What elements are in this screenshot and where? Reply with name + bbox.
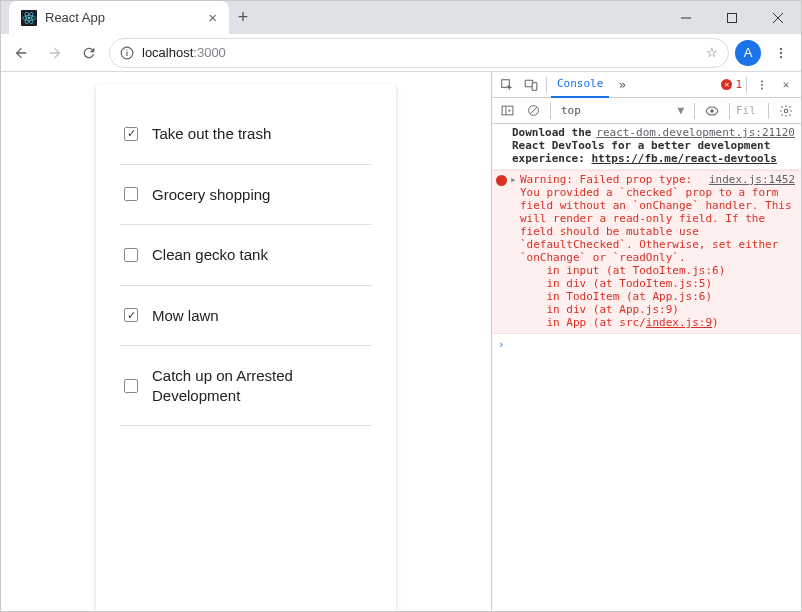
svg-point-12	[780, 51, 782, 53]
console-tab[interactable]: Console	[551, 72, 609, 98]
minimize-button[interactable]	[663, 3, 709, 33]
svg-rect-15	[525, 80, 533, 86]
todo-checkbox[interactable]	[124, 248, 138, 262]
svg-rect-5	[728, 13, 737, 22]
console-settings-icon[interactable]	[775, 100, 797, 122]
new-tab-button[interactable]: +	[229, 4, 257, 32]
svg-point-13	[780, 55, 782, 57]
address-bar[interactable]: localhost:3000 ☆	[109, 38, 729, 68]
devtools-menu-icon[interactable]	[751, 74, 773, 96]
svg-rect-20	[502, 106, 513, 115]
close-window-button[interactable]	[755, 3, 801, 33]
todo-checkbox[interactable]	[124, 308, 138, 322]
todo-label: Catch up on Arrested Development	[152, 366, 368, 405]
device-toolbar-icon[interactable]	[520, 74, 542, 96]
console-filter-input[interactable]: Fil	[736, 104, 762, 117]
svg-point-3	[28, 16, 30, 18]
live-expression-icon[interactable]	[701, 100, 723, 122]
svg-point-10	[126, 49, 127, 50]
svg-line-23	[530, 107, 537, 114]
svg-point-11	[780, 47, 782, 49]
message-source-link[interactable]: react-dom.development.js:21120	[596, 126, 795, 139]
maximize-button[interactable]	[709, 3, 755, 33]
reload-button[interactable]	[75, 39, 103, 67]
console-output: react-dom.development.js:21120 Download …	[492, 124, 801, 611]
svg-point-19	[761, 87, 763, 89]
devtools-close-icon[interactable]: ✕	[775, 74, 797, 96]
svg-point-25	[784, 109, 788, 113]
react-favicon	[21, 10, 37, 26]
console-info-message: react-dom.development.js:21120 Download …	[492, 124, 801, 170]
svg-point-24	[710, 109, 714, 113]
todo-item: Take out the trash	[120, 114, 372, 165]
site-info-icon[interactable]	[120, 46, 134, 60]
inspect-element-icon[interactable]	[496, 74, 518, 96]
url-text: localhost:3000	[142, 45, 698, 60]
todo-card: Take out the trashGrocery shoppingClean …	[96, 84, 396, 611]
todo-item: Catch up on Arrested Development	[120, 346, 372, 426]
window-controls	[663, 3, 801, 33]
bookmark-star-icon[interactable]: ☆	[706, 45, 718, 60]
todo-item: Mow lawn	[120, 286, 372, 347]
todo-item: Grocery shopping	[120, 165, 372, 226]
devtools-download-link[interactable]: https://fb.me/react-devtools	[591, 152, 776, 165]
more-tabs-icon[interactable]: »	[611, 74, 633, 96]
todo-item: Clean gecko tank	[120, 225, 372, 286]
console-error-message: index.js:1452 ▸ Warning: Failed prop typ…	[492, 170, 801, 334]
console-prompt[interactable]: ›	[492, 334, 801, 355]
todo-label: Take out the trash	[152, 124, 271, 144]
back-button[interactable]	[7, 39, 35, 67]
error-badge[interactable]: ✕1	[721, 78, 742, 91]
profile-avatar[interactable]: A	[735, 40, 761, 66]
console-toolbar: top▼ Fil	[492, 98, 801, 124]
svg-point-17	[761, 80, 763, 82]
devtools-tabbar: Console » ✕1 ✕	[492, 72, 801, 98]
message-source-link[interactable]: index.js:1452	[709, 173, 795, 186]
browser-toolbar: localhost:3000 ☆ A	[1, 34, 801, 72]
clear-console-icon[interactable]	[522, 100, 544, 122]
todo-label: Mow lawn	[152, 306, 219, 326]
browser-titlebar: React App × +	[1, 1, 801, 34]
svg-rect-16	[532, 82, 537, 90]
tab-title: React App	[45, 10, 200, 25]
todo-checkbox[interactable]	[124, 379, 138, 393]
todo-checkbox[interactable]	[124, 187, 138, 201]
todo-label: Grocery shopping	[152, 185, 270, 205]
todo-label: Clean gecko tank	[152, 245, 268, 265]
todo-checkbox[interactable]	[124, 127, 138, 141]
page-viewport: Take out the trashGrocery shoppingClean …	[1, 72, 491, 611]
browser-tab[interactable]: React App ×	[9, 1, 229, 34]
svg-point-18	[761, 84, 763, 86]
expand-arrow-icon[interactable]: ▸	[510, 173, 517, 186]
console-sidebar-toggle-icon[interactable]	[496, 100, 518, 122]
devtools-panel: Console » ✕1 ✕ top▼ Fil react-dom.develo…	[491, 72, 801, 611]
forward-button[interactable]	[41, 39, 69, 67]
browser-menu-button[interactable]	[767, 39, 795, 67]
context-selector[interactable]: top▼	[557, 104, 688, 117]
close-tab-icon[interactable]: ×	[208, 9, 217, 26]
